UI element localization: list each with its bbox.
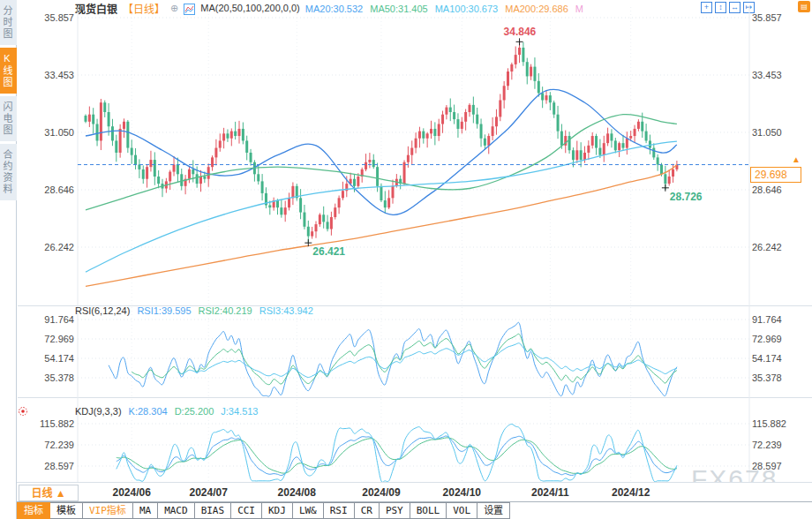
candle-body xyxy=(103,102,106,112)
rsi-axis-label-left: 54.174 xyxy=(19,353,74,364)
kdj-line-k xyxy=(117,436,677,476)
kdj-axis-label-left: 28.597 xyxy=(19,461,74,471)
indicator-tab-RSI[interactable]: RSI xyxy=(324,502,355,519)
candle-body xyxy=(280,207,282,214)
indicator-tab-PSY[interactable]: PSY xyxy=(380,502,410,519)
candle-body xyxy=(134,155,137,165)
candle-body xyxy=(652,148,655,158)
candle-body xyxy=(261,181,264,193)
candle-body xyxy=(211,157,214,167)
candle-body xyxy=(606,133,609,143)
candle-body xyxy=(365,162,367,169)
candle-body xyxy=(610,133,613,140)
candle-body xyxy=(138,164,140,169)
candle-body xyxy=(453,112,455,119)
candle-body xyxy=(469,105,471,112)
indicator-tab-CR[interactable]: CR xyxy=(355,502,380,519)
candle-body xyxy=(499,100,501,117)
candle-body xyxy=(480,124,483,139)
chart-application: 分时图K线图闪电图合约资料 现货白银 【日线】 ⊕ MA(20,50,100,2… xyxy=(0,0,812,519)
candle-body xyxy=(438,124,440,137)
kdj-line-j xyxy=(117,424,677,482)
alert-icon[interactable] xyxy=(18,404,28,420)
rsi-axis-label-left: 72.969 xyxy=(19,334,74,344)
candle-body xyxy=(226,133,229,138)
period-selector[interactable]: 日线 ▲ xyxy=(19,485,79,501)
candle-body xyxy=(476,115,478,124)
xaxis-month-label: 2024/06 xyxy=(112,486,150,499)
candle-body xyxy=(338,198,341,207)
main-axis-label-left: 33.453 xyxy=(19,70,74,80)
candle-body xyxy=(464,112,467,122)
main-axis-label-right: 28.646 xyxy=(752,184,782,195)
candle-body xyxy=(245,140,248,153)
xaxis-month-label: 2024/11 xyxy=(531,486,569,499)
candle-body xyxy=(591,136,594,146)
candle-body xyxy=(507,71,509,86)
candle-body xyxy=(173,164,176,171)
candle-body xyxy=(603,143,605,155)
candle-body xyxy=(219,140,222,147)
indicator-tab-VIP[interactable]: VIP指标 xyxy=(83,502,133,519)
candle-body xyxy=(668,177,671,184)
main-axis-label-left: 31.050 xyxy=(19,127,74,138)
price-annotation: 26.421 xyxy=(312,245,345,258)
candle-body xyxy=(291,186,294,199)
candle-body xyxy=(587,146,590,153)
candle-body xyxy=(353,179,356,186)
kdj-value-2: J:34.513 xyxy=(221,406,258,417)
candle-body xyxy=(157,177,160,184)
xaxis-row: 日线 ▲ 2024/062024/072024/082024/092024/10… xyxy=(17,482,812,501)
indicator-tab-0[interactable]: 指标 xyxy=(17,502,50,519)
indicator-tab-BIAS[interactable]: BIAS xyxy=(195,502,232,519)
candle-body xyxy=(100,102,102,140)
candle-body xyxy=(487,136,490,146)
rsi-axis-label-left: 35.378 xyxy=(19,372,74,383)
candle-body xyxy=(177,164,179,174)
indicator-tab-VOL[interactable]: VOL xyxy=(447,502,477,519)
indicator-tab-14[interactable]: 设置 xyxy=(477,502,510,519)
candle-body xyxy=(85,116,87,122)
rsi-value-0: RSI1:39.595 xyxy=(137,305,191,316)
kdj-value-1: D:25.200 xyxy=(175,406,214,417)
rsi-axis-label-right: 72.969 xyxy=(752,334,782,344)
candle-body xyxy=(526,62,529,76)
candle-body xyxy=(634,129,636,136)
indicator-tab-BOLL[interactable]: BOLL xyxy=(410,502,447,519)
candle-body xyxy=(580,150,583,160)
candle-body xyxy=(622,143,625,147)
rsi-panel-header: RSI(6,12,24)RSI1:39.595RSI2:40.219RSI3:4… xyxy=(75,305,313,316)
main-axis-label-left: 35.857 xyxy=(19,12,74,23)
rsi-title: RSI(6,12,24) xyxy=(75,305,130,316)
indicator-tab-KDJ[interactable]: KDJ xyxy=(262,502,293,519)
candle-body xyxy=(376,167,379,186)
indicator-tabbar: 指标模板VIP指标MAMACDBIASCCIKDJLW&RSICRPSYBOLL… xyxy=(17,501,812,519)
candle-body xyxy=(522,48,524,62)
candle-body xyxy=(484,139,486,146)
xaxis-month-label: 2024/07 xyxy=(189,486,227,499)
rsi-axis-label-right: 54.174 xyxy=(752,353,782,364)
candle-body xyxy=(242,129,244,141)
candle-body xyxy=(276,200,279,207)
candle-body xyxy=(445,108,447,115)
candle-body xyxy=(322,214,325,222)
indicator-tab-LW[interactable]: LW& xyxy=(293,502,324,519)
price-chart-svg[interactable] xyxy=(0,0,812,501)
candle-body xyxy=(88,115,91,122)
candle-body xyxy=(284,207,287,214)
kdj-axis-label-right: 115.882 xyxy=(752,418,786,429)
rsi-axis-label-right: 91.764 xyxy=(752,314,782,325)
candle-body xyxy=(288,198,290,207)
indicator-tab-1[interactable]: 模板 xyxy=(50,502,83,519)
indicator-tab-MACD[interactable]: MACD xyxy=(158,502,195,519)
candle-body xyxy=(595,136,598,148)
candle-body xyxy=(238,129,241,136)
candle-body xyxy=(372,160,375,167)
candle-body xyxy=(330,217,333,229)
indicator-tab-CCI[interactable]: CCI xyxy=(231,502,262,519)
main-axis-label-left: 28.646 xyxy=(19,184,74,195)
xaxis-month-label: 2024/09 xyxy=(362,486,400,499)
kdj-title: KDJ(9,3,3) xyxy=(75,406,122,417)
candle-body xyxy=(111,126,114,140)
indicator-tab-MA[interactable]: MA xyxy=(133,502,158,519)
